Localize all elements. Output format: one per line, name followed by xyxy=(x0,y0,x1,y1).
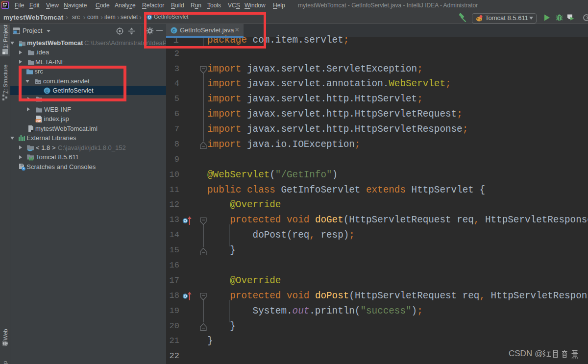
svg-text:JSP: JSP xyxy=(36,120,41,122)
